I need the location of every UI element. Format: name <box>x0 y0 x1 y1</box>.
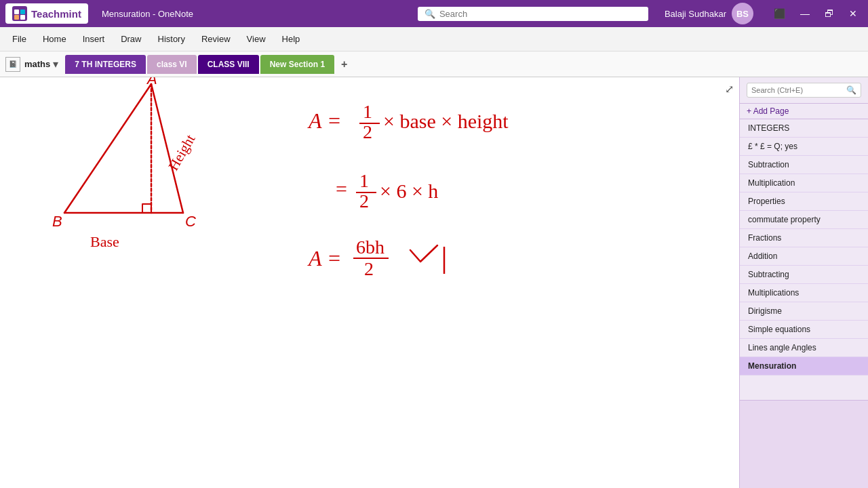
svg-text:B: B <box>52 213 62 230</box>
page-item-4[interactable]: Properties <box>740 192 868 211</box>
search-panel-icon: 🔍 <box>846 85 856 95</box>
maximize-btn[interactable]: 🗗 <box>819 7 840 20</box>
page-item-2[interactable]: Subtraction <box>740 156 868 174</box>
svg-text:Base: Base <box>90 233 119 250</box>
title-bar: Teachmint Mensuration - OneNote 🔍 Balaji… <box>0 0 868 27</box>
svg-text:1: 1 <box>363 101 372 122</box>
canvas-drawing: A B C Height Base A = 1 2 × base × heigh… <box>0 77 739 488</box>
page-item-13[interactable]: Mensuration <box>740 357 868 375</box>
svg-text:A =: A = <box>307 246 342 270</box>
page-item-6[interactable]: Fractions <box>740 229 868 247</box>
logo-area: Teachmint <box>5 3 88 24</box>
svg-rect-9 <box>142 204 151 213</box>
svg-text:2: 2 <box>364 258 374 279</box>
svg-text:1: 1 <box>359 170 369 191</box>
page-thumbnail <box>740 400 868 488</box>
menu-home[interactable]: Home <box>36 31 73 47</box>
search-icon: 🔍 <box>425 9 435 19</box>
teachmint-logo-icon <box>12 6 27 21</box>
svg-rect-3 <box>14 15 19 20</box>
svg-text:C: C <box>185 213 196 230</box>
menu-insert[interactable]: Insert <box>76 31 112 47</box>
menu-view[interactable]: View <box>240 31 273 47</box>
menu-draw[interactable]: Draw <box>114 31 148 47</box>
close-btn[interactable]: ✕ <box>844 7 863 20</box>
menu-history[interactable]: History <box>151 31 192 47</box>
add-page-label: + Add Page <box>747 106 789 116</box>
page-item-0[interactable]: INTEGERS <box>740 119 868 138</box>
logo-text: Teachmint <box>31 8 81 20</box>
svg-rect-4 <box>20 15 25 20</box>
svg-rect-1 <box>14 9 19 14</box>
title-search-input[interactable] <box>439 9 642 19</box>
window-controls: ⬛ — 🗗 ✕ <box>768 7 863 20</box>
pages-search-box[interactable]: 🔍 <box>747 83 861 98</box>
pages-search-input[interactable] <box>751 86 844 94</box>
user-area: Balaji Sudhakar BS <box>665 3 753 24</box>
page-item-1[interactable]: £ * £ = Q; yes <box>740 138 868 156</box>
canvas-area[interactable]: ⤢ A B C Height Base <box>0 77 739 488</box>
svg-text:× 6 × h: × 6 × h <box>380 180 438 202</box>
title-search-box[interactable]: 🔍 <box>418 7 648 21</box>
tab-new-section-1[interactable]: New Section 1 <box>260 55 334 74</box>
notebook-tabs: 📓 maths ▾ 7 TH INTEGERS class VI CLASS V… <box>0 52 868 77</box>
notebook-name[interactable]: maths <box>24 59 50 69</box>
page-item-7[interactable]: Addition <box>740 247 868 266</box>
svg-text:× base × height: × base × height <box>383 110 509 132</box>
notebook-dropdown-icon[interactable]: ▾ <box>53 58 58 70</box>
page-item-9[interactable]: Multiplications <box>740 284 868 302</box>
svg-text:2: 2 <box>363 121 372 142</box>
right-panel-search: 🔍 <box>740 77 868 104</box>
page-item-8[interactable]: Subtracting <box>740 266 868 284</box>
svg-line-5 <box>64 84 151 213</box>
tab-class-vi[interactable]: class VI <box>147 55 197 74</box>
notebook-view-btn[interactable]: ⬛ <box>768 7 791 20</box>
page-item-11[interactable]: Simple equations <box>740 321 868 339</box>
add-section-btn[interactable]: + <box>336 55 353 74</box>
svg-text:6bh: 6bh <box>356 237 384 258</box>
page-item-12[interactable]: Lines angle Angles <box>740 339 868 357</box>
page-item-3[interactable]: Multiplication <box>740 174 868 192</box>
menu-review[interactable]: Review <box>195 31 237 47</box>
main-layout: ⤢ A B C Height Base <box>0 77 868 488</box>
minimize-btn[interactable]: — <box>795 7 815 20</box>
add-page-button[interactable]: + Add Page <box>740 104 868 119</box>
tab-class-viii[interactable]: CLASS VIII <box>198 55 259 74</box>
page-item-5[interactable]: commutate property <box>740 211 868 229</box>
svg-text:A: A <box>146 77 157 87</box>
document-title: Mensuration - OneNote <box>102 9 193 19</box>
user-name: Balaji Sudhakar <box>665 9 726 19</box>
menu-bar: File Home Insert Draw History Review Vie… <box>0 27 868 52</box>
page-item-10[interactable]: Dirigisme <box>740 302 868 321</box>
menu-file[interactable]: File <box>5 31 33 47</box>
tab-7th-integers[interactable]: 7 TH INTEGERS <box>65 55 146 74</box>
svg-text:A =: A = <box>307 108 342 133</box>
svg-text:=: = <box>336 178 347 200</box>
user-avatar: BS <box>732 3 753 24</box>
notebook-icon: 📓 <box>5 57 20 72</box>
pages-list: INTEGERS£ * £ = Q; yesSubtractionMultipl… <box>740 119 868 400</box>
right-panel: 🔍 + Add Page INTEGERS£ * £ = Q; yesSubtr… <box>739 77 868 488</box>
svg-text:2: 2 <box>359 190 369 211</box>
svg-text:Height: Height <box>165 131 198 174</box>
svg-rect-2 <box>20 9 25 14</box>
menu-help[interactable]: Help <box>275 31 307 47</box>
